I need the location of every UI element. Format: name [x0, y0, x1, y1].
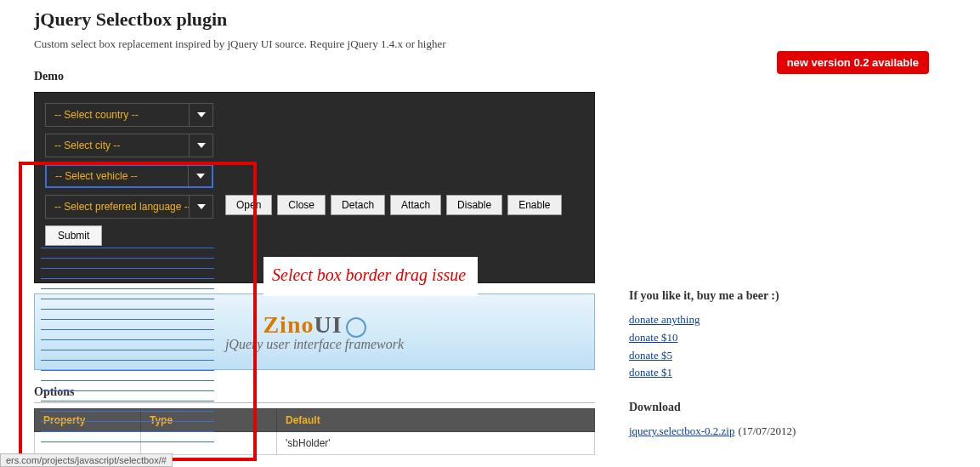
globe-icon — [346, 317, 366, 338]
banner-tagline: jQuery user interface framework — [225, 337, 404, 352]
like-heading: If you like it, buy me a beer :) — [629, 289, 884, 303]
download-link[interactable]: jquery.selectbox-0.2.zip — [629, 424, 734, 437]
options-heading: Options — [34, 385, 595, 403]
detach-button[interactable]: Detach — [331, 195, 385, 215]
col-default: Default — [277, 409, 595, 432]
banner-logo: ZinoUI — [263, 311, 365, 339]
select-vehicle[interactable]: -- Select vehicle -- — [45, 164, 213, 188]
download-date: (17/07/2012) — [738, 424, 796, 437]
chevron-down-icon[interactable] — [189, 134, 212, 157]
donate-1-link[interactable]: donate $1 — [629, 364, 884, 382]
close-button[interactable]: Close — [277, 195, 326, 215]
demo-panel: -- Select country -- -- Select city -- -… — [34, 92, 595, 283]
table-row: 'sbHolder' — [35, 432, 595, 455]
select-city-label: -- Select city -- — [46, 140, 189, 151]
chevron-down-icon[interactable] — [188, 166, 212, 186]
disable-button[interactable]: Disable — [446, 195, 502, 215]
select-language-label: -- Select preferred language -- — [46, 201, 189, 213]
cell-default: 'sbHolder' — [277, 432, 595, 455]
new-version-badge[interactable]: new version 0.2 available — [777, 51, 929, 74]
download-heading: Download — [629, 401, 884, 414]
browser-status-bar: ers.com/projects/javascript/selectbox/# — [0, 453, 173, 467]
chevron-down-icon[interactable] — [189, 104, 212, 126]
enable-button[interactable]: Enable — [507, 195, 561, 215]
select-language[interactable]: -- Select preferred language -- — [45, 195, 213, 219]
open-button[interactable]: Open — [225, 195, 272, 215]
select-country[interactable]: -- Select country -- — [45, 103, 213, 127]
demo-heading: Demo — [34, 70, 595, 83]
table-row: Property Type Default — [35, 409, 595, 432]
col-property: Property — [35, 409, 141, 432]
page-title: jQuery Selectbox plugin — [34, 9, 980, 31]
col-type: Type — [141, 409, 277, 432]
select-vehicle-label: -- Select vehicle -- — [47, 170, 188, 182]
options-table: Property Type Default 'sbHolder' — [34, 408, 595, 455]
donate-10-link[interactable]: donate $10 — [629, 329, 884, 347]
attach-button[interactable]: Attach — [390, 195, 441, 215]
donate-5-link[interactable]: donate $5 — [629, 347, 884, 365]
donate-anything-link[interactable]: donate anything — [629, 311, 884, 329]
page-subtitle: Custom select box replacement inspired b… — [34, 37, 980, 51]
zinoui-banner[interactable]: ZinoUI jQuery user interface framework — [34, 293, 595, 370]
chevron-down-icon[interactable] — [189, 196, 212, 218]
select-city[interactable]: -- Select city -- — [45, 134, 213, 157]
select-country-label: -- Select country -- — [46, 109, 189, 121]
submit-button[interactable]: Submit — [45, 225, 102, 246]
